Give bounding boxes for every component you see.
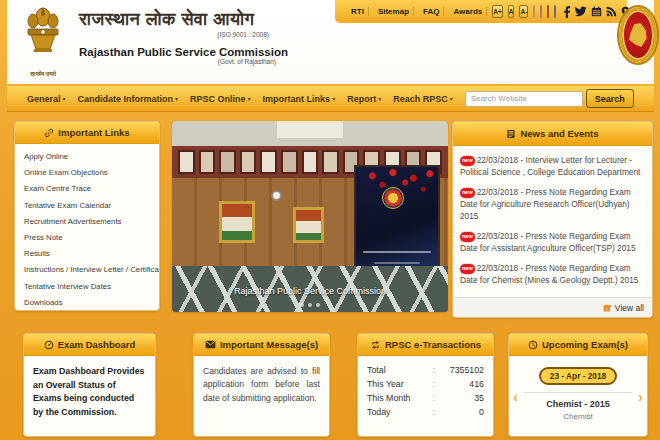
search-button[interactable]: Search bbox=[586, 89, 634, 108]
link-online-exam-objections[interactable]: Online Exam Objections bbox=[24, 168, 159, 177]
next-arrow[interactable]: › bbox=[638, 389, 643, 404]
font-normal-button[interactable]: A bbox=[508, 5, 515, 18]
link-tentative-interview-dates[interactable]: Tentative Interview Dates bbox=[24, 282, 159, 291]
carousel[interactable]: Rajasthan Public Service Commission bbox=[172, 121, 448, 312]
quick-link-awards[interactable]: Awards bbox=[449, 7, 487, 16]
nav-important-links[interactable]: Important Links▾ bbox=[263, 94, 336, 104]
new-badge-icon: new bbox=[460, 188, 475, 198]
theme-swatch-orange[interactable] bbox=[547, 5, 549, 18]
envelope-icon bbox=[205, 340, 216, 349]
link-recruitment-advertisements[interactable]: Recruitment Advertisements bbox=[24, 217, 159, 226]
chevron-down-icon: ▾ bbox=[378, 95, 381, 102]
facebook-icon[interactable] bbox=[563, 6, 571, 18]
new-badge-icon: new bbox=[460, 156, 475, 166]
new-badge-icon: new bbox=[460, 232, 475, 242]
news-events-title: News and Events bbox=[520, 128, 598, 139]
link-tentative-exam-calendar[interactable]: Tentative Exam Calendar bbox=[24, 201, 159, 210]
search-input[interactable] bbox=[465, 91, 583, 107]
quick-link-rti[interactable]: RTI bbox=[347, 7, 369, 16]
iso-certification-label: (ISO 9001 : 2008) bbox=[79, 31, 269, 38]
nav-report[interactable]: Report▾ bbox=[347, 94, 381, 104]
link-icon bbox=[44, 128, 54, 138]
link-exam-centre-trace[interactable]: Exam Centre Trace bbox=[24, 184, 159, 193]
carousel-photo: Rajasthan Public Service Commission bbox=[172, 121, 448, 312]
twitter-icon[interactable] bbox=[575, 6, 587, 17]
photo-framed-picture bbox=[219, 201, 255, 243]
exam-dashboard-panel: Exam Dashboard Exam Dashboard Provides a… bbox=[23, 333, 156, 437]
chevron-down-icon: ▾ bbox=[175, 95, 178, 102]
nav-rpsc-online[interactable]: RPSC Online▾ bbox=[190, 94, 251, 104]
photo-banner-logo bbox=[382, 187, 404, 209]
link-downloads[interactable]: Downloads bbox=[24, 298, 159, 307]
news-item[interactable]: new22/03/2018 - Press Note Regarding Exa… bbox=[460, 186, 645, 222]
etransactions-title: RPSC e-Transactions bbox=[385, 339, 481, 350]
search-box: Search bbox=[465, 89, 634, 108]
upcoming-exams-header: Upcoming Exam(s) bbox=[509, 334, 647, 356]
nav-reach-rpsc[interactable]: Reach RPSC▾ bbox=[393, 94, 453, 104]
photo-skylight bbox=[277, 121, 343, 138]
edit-pencil-icon bbox=[603, 303, 612, 312]
news-events-header: News and Events bbox=[453, 122, 652, 146]
prev-arrow[interactable]: ‹ bbox=[513, 389, 518, 404]
news-list: new22/03/2018 - Interview Letter for Lec… bbox=[453, 146, 652, 286]
govt-subtitle: (Govt. of Rajasthan) bbox=[79, 58, 276, 65]
site-header: सत्यमेव जयते राजस्थान लोक सेवा आयोग (ISO… bbox=[7, 0, 654, 84]
top-utility-strip: RTI Sitemap FAQ Awards A+ A A- bbox=[335, 0, 627, 23]
photo-banner-text-line bbox=[363, 251, 431, 253]
ashoka-emblem-logo: सत्यमेव जयते bbox=[20, 4, 66, 80]
calendar-icon[interactable] bbox=[591, 6, 602, 17]
font-increase-button[interactable]: A+ bbox=[492, 5, 503, 18]
theme-swatch-pink[interactable] bbox=[540, 5, 542, 18]
photo-framed-picture bbox=[293, 207, 323, 243]
theme-swatch-cream[interactable] bbox=[533, 5, 535, 18]
photo-wall-banner bbox=[354, 165, 440, 280]
chevron-down-icon: ▾ bbox=[63, 95, 66, 102]
emblem-caption: सत्यमेव जयते bbox=[20, 71, 66, 78]
exchange-arrows-icon bbox=[370, 340, 381, 350]
important-message-title: Important Message(s) bbox=[220, 339, 318, 350]
link-apply-online[interactable]: Apply Online bbox=[24, 152, 159, 161]
news-item[interactable]: new22/03/2018 - Press Note Regarding Exa… bbox=[460, 230, 645, 254]
link-results[interactable]: Results bbox=[24, 249, 159, 258]
upcoming-exams-title: Upcoming Exam(s) bbox=[542, 339, 628, 350]
new-badge-icon: new bbox=[460, 264, 475, 274]
upcoming-exams-panel: Upcoming Exam(s) ‹ › 23 - Apr - 2018 Che… bbox=[508, 333, 648, 437]
exam-post: Chemist bbox=[509, 412, 647, 421]
news-events-panel: News and Events new22/03/2018 - Intervie… bbox=[452, 121, 653, 318]
etransactions-header: RPSC e-Transactions bbox=[358, 334, 493, 356]
chevron-down-icon: ▾ bbox=[450, 95, 453, 102]
link-instructions-interview-letter[interactable]: Instructions / Interview Letter / Certif… bbox=[24, 265, 159, 274]
divider bbox=[524, 392, 632, 393]
rajasthan-map-shape bbox=[629, 23, 647, 47]
quick-link-sitemap[interactable]: Sitemap bbox=[374, 7, 414, 16]
chevron-down-icon: ▾ bbox=[248, 95, 251, 102]
view-all-link[interactable]: View all bbox=[453, 297, 652, 317]
etx-row-this-year: This Year : 416 bbox=[367, 379, 484, 389]
quick-link-faq[interactable]: FAQ bbox=[419, 7, 444, 16]
photo-banner-text-line bbox=[374, 262, 420, 264]
rss-icon[interactable] bbox=[606, 6, 617, 17]
important-links-title: Important Links bbox=[58, 127, 129, 138]
nav-candidate-information[interactable]: Candidate Information▾ bbox=[78, 94, 179, 104]
etransactions-table: Total : 7355102 This Year : 416 This Mon… bbox=[358, 356, 493, 430]
carousel-dot[interactable] bbox=[316, 303, 320, 307]
carousel-caption: Rajasthan Public Service Commission bbox=[172, 286, 448, 296]
link-press-note[interactable]: Press Note bbox=[24, 233, 159, 242]
important-message-panel: Important Message(s) Candidates are advi… bbox=[193, 333, 330, 437]
carousel-dot[interactable] bbox=[300, 303, 304, 307]
important-message-text: Candidates are advised to fill applicati… bbox=[203, 365, 320, 405]
carousel-dot[interactable] bbox=[308, 303, 312, 307]
exam-dashboard-title: Exam Dashboard bbox=[58, 339, 136, 350]
rpsc-seal-logo bbox=[619, 7, 657, 63]
theme-swatch-blue[interactable] bbox=[554, 5, 556, 18]
news-item[interactable]: new22/03/2018 - Interview Letter for Lec… bbox=[460, 154, 645, 178]
nav-general[interactable]: General▾ bbox=[27, 94, 66, 104]
news-item[interactable]: new22/03/2018 - Press Note Regarding Exa… bbox=[460, 262, 645, 286]
etx-row-this-month: This Month : 35 bbox=[367, 393, 484, 403]
etx-row-today: Today : 0 bbox=[367, 407, 484, 417]
upcoming-exam-slide: ‹ › 23 - Apr - 2018 Chemist - 2015 Chemi… bbox=[509, 356, 647, 437]
important-links-list: Apply Online Online Exam Objections Exam… bbox=[15, 144, 159, 307]
font-decrease-button[interactable]: A- bbox=[519, 5, 528, 18]
exam-name[interactable]: Chemist - 2015 bbox=[509, 399, 647, 409]
exam-dashboard-header: Exam Dashboard bbox=[24, 334, 155, 356]
